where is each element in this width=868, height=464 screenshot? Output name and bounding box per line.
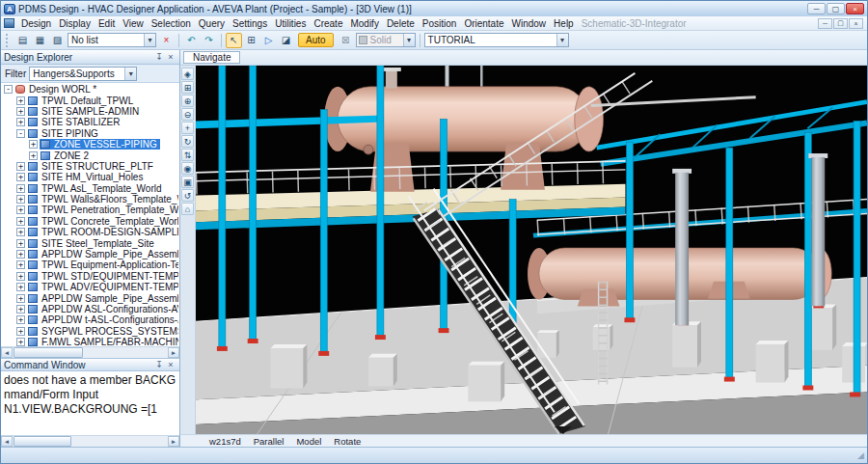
rotate-view-icon[interactable]: ↻ <box>181 135 194 148</box>
tree-expand-toggle[interactable]: + <box>16 294 25 303</box>
clear-drawlist-button[interactable]: × <box>158 33 175 48</box>
mdi-minimize-button[interactable]: ─ <box>818 18 832 29</box>
tree-item-body[interactable]: TPWL Equipment-Application-Templates <box>27 259 179 270</box>
drawlist-combo[interactable]: No list ▾ <box>68 33 156 47</box>
tree-item[interactable]: + APPLDW Sample_Pipe_Assemblies <box>1 249 179 259</box>
design-data-icon[interactable]: ▤ <box>14 33 31 48</box>
draw-list-icon[interactable]: ▦ <box>32 33 48 48</box>
close-icon[interactable]: × <box>165 360 176 369</box>
menu-item[interactable]: Orientate <box>460 16 507 30</box>
close-icon[interactable]: × <box>165 52 176 62</box>
tree-expand-toggle[interactable]: + <box>16 217 25 226</box>
tree-item[interactable]: + TPWL Default_TPWL <box>1 95 179 105</box>
menu-item[interactable]: Edit <box>95 16 119 30</box>
toolbar-grip[interactable] <box>6 34 9 47</box>
tree-expand-toggle[interactable]: + <box>16 283 25 291</box>
look-at-icon[interactable]: ◉ <box>181 162 194 175</box>
menu-item[interactable]: Utilities <box>271 16 310 30</box>
tree-expand-toggle[interactable]: + <box>16 107 25 116</box>
tree-expand-toggle[interactable]: + <box>16 239 25 248</box>
tree-expand-toggle[interactable]: + <box>16 162 25 171</box>
tree-item-body[interactable]: APPLDW Sample_Pipe_Assemblies <box>27 249 179 259</box>
tree-expand-toggle[interactable]: + <box>16 305 25 314</box>
minimize-button[interactable]: ─ <box>807 3 826 14</box>
tree-expand-toggle[interactable]: + <box>29 140 38 149</box>
tree-item[interactable]: + SITE STRUCTURE_PLTF <box>1 161 179 172</box>
filter-combo[interactable]: Hangers&Supports ▾ <box>29 67 137 81</box>
menu-item[interactable]: Settings <box>229 16 271 30</box>
tree-item-body[interactable]: Design WORL * <box>14 84 99 95</box>
tree-item[interactable]: + TPWL AsL_Template_World <box>1 183 179 194</box>
tree-expand-toggle[interactable]: + <box>16 315 25 324</box>
zoom-in-icon[interactable]: ⊕ <box>181 95 194 107</box>
undo-icon[interactable]: ↶ <box>183 33 200 48</box>
graphics-settings-icon[interactable]: ▨ <box>49 33 66 48</box>
home-view-icon[interactable]: ⌂ <box>181 203 194 215</box>
tree-item-body[interactable]: TPWL Penetration_Template_World <box>27 205 179 215</box>
tree-item-body[interactable]: ZONE VESSEL-PIPING <box>40 139 160 150</box>
view-all-icon[interactable]: ◈ <box>181 68 194 80</box>
close-button[interactable]: × <box>846 3 864 14</box>
tree-item[interactable]: + APPLDW t-ASL-Configurations-AVEVA <box>1 314 179 325</box>
tree-item[interactable]: + TPWL STD/EQUIPMENT-TEMPLATES <box>1 271 179 282</box>
scroll-thumb[interactable] <box>14 436 71 447</box>
zoom-out-icon[interactable]: ⊖ <box>181 108 194 121</box>
menu-item[interactable]: Help <box>550 16 578 30</box>
tree-item[interactable]: - Design WORL * <box>1 84 179 95</box>
mdi-close-button[interactable]: × <box>849 18 863 29</box>
tree-item-body[interactable]: SITE PIPING <box>27 128 101 139</box>
command-input-area[interactable]: does not have a member BACKGnmand/Form I… <box>1 371 179 435</box>
tree-expand-toggle[interactable]: + <box>16 96 25 105</box>
menu-item[interactable]: Query <box>195 16 229 30</box>
tree-expand-toggle[interactable]: + <box>16 195 25 204</box>
tree-item[interactable]: + TPWL ADV/EQUIPMENT-TEMPLATES <box>1 282 179 292</box>
scroll-left-icon[interactable]: ◄ <box>1 436 13 447</box>
redo-icon[interactable]: ↷ <box>201 33 217 48</box>
navigate-tab[interactable]: Navigate <box>183 51 240 64</box>
tree-item-body[interactable]: TPWL Default_TPWL <box>27 96 136 106</box>
tree-expand-toggle[interactable]: - <box>4 85 13 94</box>
scroll-track[interactable] <box>14 347 167 358</box>
tree-item[interactable]: + SITE HM_Virtual_Holes <box>1 172 179 182</box>
menu-item[interactable]: Modify <box>346 16 382 30</box>
tree-expand-toggle[interactable]: + <box>16 327 25 336</box>
menu-item[interactable]: Window <box>508 16 551 30</box>
menu-item[interactable]: Display <box>55 16 95 30</box>
tree-item-body[interactable]: APPLDW Sample_Pipe_Assemblies <box>27 293 179 304</box>
menu-item[interactable]: Create <box>310 16 346 30</box>
tree-expand-toggle[interactable]: + <box>16 272 25 281</box>
pan-icon[interactable]: + <box>181 122 194 134</box>
zoom-select-icon[interactable]: ⊞ <box>243 33 259 48</box>
tree-item-body[interactable]: TPWL Walls&Floors_Template_World <box>27 194 179 205</box>
tree-item[interactable]: + SITE SAMPLE-ADMIN <box>1 106 179 117</box>
tree-expand-toggle[interactable]: + <box>16 118 25 126</box>
menu-item[interactable]: Design <box>17 16 55 30</box>
3d-scene[interactable] <box>196 66 867 434</box>
tree-item[interactable]: + TPWL ROOM-DESIGN-SAMPLE-TEMPLA <box>1 227 179 237</box>
tree-item-body[interactable]: ZONE 2 <box>40 150 92 161</box>
tree-item-body[interactable]: SITE HM_Virtual_Holes <box>27 172 146 182</box>
walkthrough-icon[interactable]: ▷ <box>260 33 277 48</box>
pin-icon[interactable]: ↧ <box>153 360 165 369</box>
auto-update-toggle[interactable]: Auto <box>298 33 334 47</box>
tree-item[interactable]: + F.MWL SAMPLE/FABR-MACHINES <box>1 337 179 346</box>
tree-item-body[interactable]: SITE STABILIZER <box>27 117 123 127</box>
tree-expand-toggle[interactable]: - <box>16 129 25 138</box>
tree-item[interactable]: + TPWL Walls&Floors_Template_World <box>1 194 179 205</box>
tree-item-body[interactable]: APPLDW t-ASL-Configurations-AVEVA <box>27 314 179 325</box>
maximize-button[interactable]: ▢ <box>827 3 845 14</box>
menu-item[interactable]: View <box>119 16 148 30</box>
tree-item-body[interactable]: SITE STRUCTURE_PLTF <box>27 161 156 172</box>
tree-expand-toggle[interactable]: + <box>16 338 25 346</box>
tree-item[interactable]: - SITE PIPING <box>1 128 179 139</box>
tree-item-body[interactable]: TPWL ROOM-DESIGN-SAMPLE-TEMPLA <box>27 227 179 237</box>
tree-item[interactable]: + APPLDW Sample_Pipe_Assemblies <box>1 292 179 303</box>
tree-item-body[interactable]: TPWL STD/EQUIPMENT-TEMPLATES <box>27 271 179 282</box>
mdi-restore-button[interactable]: ▢ <box>833 18 848 29</box>
scroll-thumb[interactable] <box>14 347 83 358</box>
tree-expand-toggle[interactable]: + <box>16 228 25 236</box>
refresh-view-icon[interactable]: ↺ <box>181 189 194 202</box>
select-pointer-icon[interactable]: ↖ <box>226 33 242 48</box>
tree-item[interactable]: + SITE Steel_Template_Site <box>1 237 179 248</box>
tree-item-body[interactable]: SITE SAMPLE-ADMIN <box>27 106 142 117</box>
